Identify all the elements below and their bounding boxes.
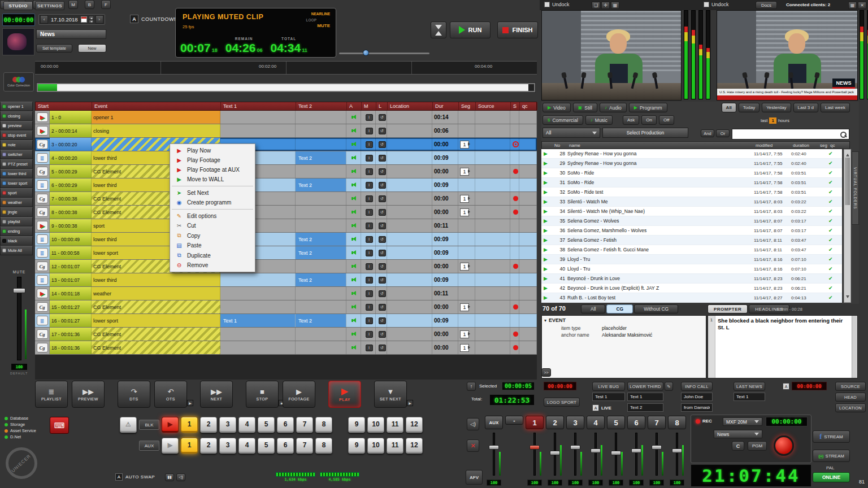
loop-icon[interactable]: ↺ [379, 182, 386, 189]
keyboard-shortcut-button[interactable]: ⌨ [50, 417, 69, 434]
loop-icon[interactable]: ↺ [379, 168, 386, 175]
clip-play-icon[interactable] [541, 295, 553, 300]
context-menu-item[interactable]: ▶ Play Now [170, 146, 255, 155]
live-auto-checkbox[interactable]: A [592, 404, 599, 411]
headlines-scrollbar[interactable] [852, 316, 857, 378]
clip-play-icon[interactable] [541, 285, 553, 291]
marker-icon[interactable]: i [366, 209, 373, 216]
hold-button[interactable] [431, 21, 446, 38]
marker-icon[interactable]: i [366, 141, 373, 148]
clip-play-icon[interactable] [541, 218, 553, 224]
playlist-row[interactable]: Cg 15 - 00:01:27 CG Element i ↺ 00:00 1 [35, 300, 537, 314]
channel-fader-knob[interactable] [631, 448, 641, 453]
channel-fader-track[interactable] [635, 433, 637, 476]
audio-speaker-icon[interactable] [351, 277, 358, 282]
media-row[interactable]: 33 Silentó - Watch Me 11/14/17, 8:03 0:0… [541, 197, 842, 207]
preview-monitor[interactable] [541, 10, 682, 101]
loop-icon[interactable]: ↺ [379, 223, 386, 229]
undock-left[interactable]: Undock [544, 2, 570, 7]
media-row[interactable]: 40 Lloyd - Tru 11/14/17, 8:16 0:07:10 [541, 264, 842, 274]
select-production-dropdown[interactable]: Select Production [602, 128, 688, 138]
channel-select-key[interactable]: 6 [627, 416, 645, 429]
sidebar-template-button[interactable]: PTZ preset [0, 159, 33, 169]
audio-speaker-icon[interactable] [351, 318, 358, 323]
playlist-row[interactable]: ≣ 6 - 00:00:29 lower third Text 2 i ↺ 00… [35, 178, 537, 192]
loop-icon[interactable]: ↺ [379, 195, 386, 202]
channel-select-key[interactable]: 7 [648, 416, 666, 429]
switcher-key[interactable]: 9 [348, 438, 365, 454]
playlist-column-header[interactable]: Start [36, 102, 92, 110]
live-bug-button[interactable]: LIVE BUG [592, 382, 625, 391]
date-spinner[interactable] [89, 16, 94, 23]
channel-select-key[interactable]: 3 [566, 416, 584, 429]
loop-icon[interactable]: ↺ [379, 277, 386, 284]
sidebar-template-button[interactable]: black [0, 236, 33, 246]
loop-icon[interactable]: ↺ [379, 114, 386, 121]
switcher-key[interactable]: 5 [258, 417, 275, 433]
switcher-clear-button[interactable]: ✕ [467, 439, 479, 452]
media-column-header[interactable]: duration [792, 142, 819, 149]
switcher-key[interactable]: 8 [315, 417, 332, 433]
media-filter-button[interactable]: Last week [821, 103, 850, 112]
marker-icon[interactable]: i [366, 128, 373, 134]
transport-button[interactable]: ↶ OTS ▶ [154, 381, 187, 408]
expander-button[interactable]: >> [541, 368, 551, 377]
clip-play-icon[interactable] [541, 180, 553, 185]
playlist-row[interactable]: ▶ 2 - 00:00:14 closing i ↺ 00:06 [35, 124, 537, 138]
media-row[interactable]: 28 Sydney Renae - How you gonna 11/14/17… [541, 149, 842, 159]
close-icon[interactable]: ✕ [858, 2, 866, 9]
marker-icon[interactable]: i [366, 168, 373, 175]
playlist-row[interactable]: ▶ 1 - 0 opener 1 i ↺ 00:14 [35, 111, 537, 124]
marker-icon[interactable]: i [366, 331, 373, 338]
move-up-button[interactable]: ↑ [467, 382, 476, 391]
switcher-key[interactable]: 12 [406, 417, 423, 433]
audio-speaker-icon[interactable] [351, 196, 358, 201]
marker-icon[interactable]: i [366, 277, 373, 284]
switcher-key[interactable]: 12 [406, 438, 423, 454]
playlist-column-header[interactable]: Text 1 [221, 102, 296, 110]
channel-select-key[interactable]: 2 [546, 416, 564, 429]
cg-filter-tab[interactable]: All [581, 304, 605, 313]
audio-speaker-icon[interactable] [351, 345, 358, 350]
loop-icon[interactable]: ↺ [379, 304, 386, 311]
playlist-column-header[interactable]: qc [520, 102, 537, 110]
audio-speaker-icon[interactable] [351, 182, 358, 188]
master-key-button[interactable]: B [85, 0, 94, 9]
audio-speaker-icon[interactable] [351, 223, 358, 228]
media-row[interactable]: 38 Selena Gomez - Fetish ft. Gucci Mane … [541, 245, 842, 255]
grid-icon-2[interactable]: ▦ [848, 2, 857, 9]
channel-fader-knob[interactable] [611, 451, 621, 455]
context-menu-item[interactable]: ▤ Paste [170, 241, 255, 250]
loop-icon[interactable]: ↺ [379, 141, 386, 148]
audio-speaker-icon[interactable] [351, 264, 358, 269]
sidebar-template-button[interactable]: closing [0, 111, 33, 121]
record-button[interactable] [774, 435, 794, 456]
facebook-stream-button[interactable]: fSTREAM [813, 430, 850, 443]
sidebar-template-button[interactable]: sport [0, 188, 33, 198]
channel-select-key[interactable]: 1 [526, 416, 544, 429]
channel-fader-track[interactable] [574, 433, 576, 476]
channel-fader-knob[interactable] [489, 445, 499, 450]
split-icon[interactable]: ✛ [601, 2, 610, 9]
playout-progress-bar[interactable] [36, 82, 536, 93]
context-menu-item[interactable]: ◉ Create programm [170, 198, 255, 207]
lower-third-button[interactable]: LOWER THIRD [627, 382, 663, 391]
media-column-header[interactable]: No [553, 142, 568, 149]
last-news-button[interactable]: LAST NEWS [734, 382, 765, 391]
sidebar-template-button[interactable]: lower third [0, 169, 33, 178]
playlist-column-header[interactable]: A [347, 102, 362, 110]
calendar-icon[interactable] [81, 16, 87, 23]
media-row[interactable]: 42 Beyoncé - Drunk in Love (Explicit) ft… [541, 284, 842, 293]
sidebar-template-button[interactable]: ending [0, 226, 33, 236]
set-template-button[interactable]: Set template [36, 44, 72, 53]
sidebar-template-button[interactable]: jingle [0, 207, 33, 217]
switcher-key[interactable]: 6 [277, 438, 294, 454]
switcher-key[interactable]: ⚠ [120, 417, 137, 433]
countdown-a-toggle[interactable]: A [130, 15, 138, 23]
search-icon[interactable] [839, 130, 847, 138]
playlist-column-header[interactable]: S [511, 102, 520, 110]
channel-fader-knob[interactable] [530, 445, 540, 450]
loop-icon[interactable]: ↺ [379, 250, 386, 256]
media-row[interactable]: 31 SoMo - Ride 11/14/17, 7:58 0:03:51 [541, 178, 842, 188]
media-row[interactable]: 32 SoMo - Ride test 11/14/17, 7:58 0:03:… [541, 188, 842, 197]
